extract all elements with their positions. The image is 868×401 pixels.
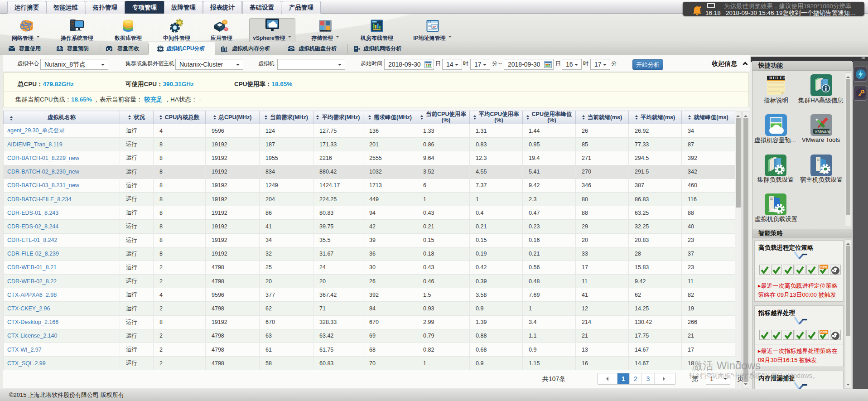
svg-text:IP: IP [433, 25, 436, 29]
svg-text:RULES: RULES [769, 76, 786, 80]
svg-text:VMware: VMware [815, 129, 830, 134]
